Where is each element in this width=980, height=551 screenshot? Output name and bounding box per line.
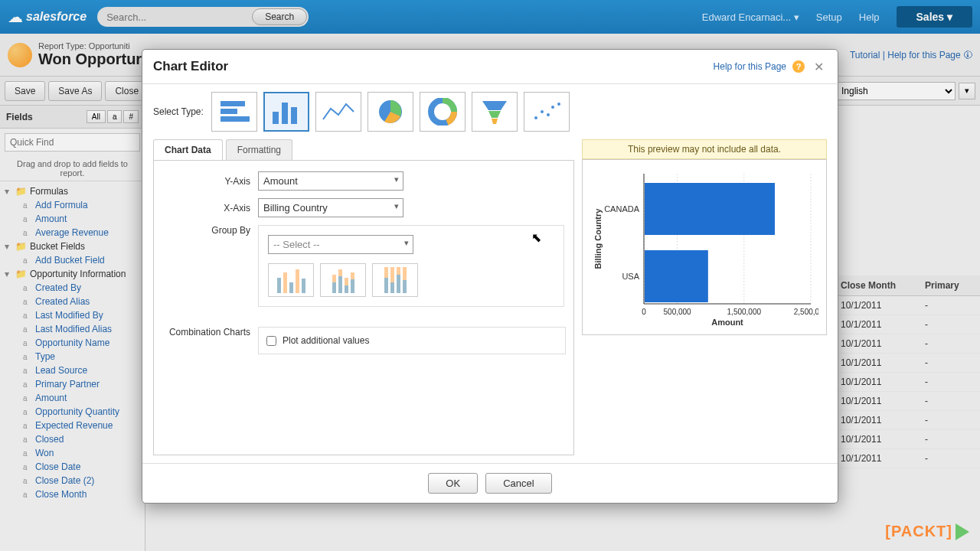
svg-marker-9 [488, 111, 501, 118]
chart-type-vbar[interactable] [263, 92, 309, 132]
ok-button[interactable]: OK [428, 473, 478, 494]
combo-label: Combination Charts [162, 327, 250, 339]
x-axis-label: X-Axis [162, 203, 250, 214]
plot-additional-checkbox[interactable] [266, 336, 276, 346]
y-axis-label: Y-Axis [162, 176, 250, 187]
chart-type-hbar[interactable] [211, 92, 257, 132]
chart-type-pie[interactable] [368, 92, 413, 132]
svg-rect-0 [220, 101, 245, 106]
svg-point-11 [534, 116, 537, 119]
chart-type-line[interactable] [315, 92, 361, 132]
svg-text:1,500,000: 1,500,000 [727, 308, 762, 316]
play-icon [956, 523, 969, 540]
svg-text:500,000: 500,000 [664, 308, 692, 316]
chart-type-donut[interactable] [420, 92, 466, 132]
svg-point-13 [547, 113, 550, 116]
svg-rect-3 [273, 112, 279, 124]
svg-rect-1 [220, 109, 237, 114]
svg-text:CANADA: CANADA [604, 204, 640, 214]
y-axis-select[interactable]: Amount [258, 171, 403, 191]
chart-type-funnel[interactable] [472, 92, 518, 132]
select-type-label: Select Type: [153, 106, 204, 117]
tab-formatting[interactable]: Formatting [226, 139, 292, 160]
svg-text:2,500,000: 2,500,000 [794, 308, 818, 316]
tab-chart-data[interactable]: Chart Data [153, 139, 223, 160]
modal-title: Chart Editor [153, 59, 228, 74]
close-icon[interactable]: ✕ [811, 60, 827, 74]
svg-text:USA: USA [622, 272, 639, 281]
group-by-select[interactable]: -- Select -- [268, 235, 413, 254]
chart-type-scatter[interactable] [524, 92, 570, 132]
svg-text:Amount: Amount [711, 318, 743, 327]
chart-preview: CANADAUSA0500,0001,500,0002,500,000Amoun… [582, 159, 827, 335]
svg-rect-24 [645, 250, 708, 302]
svg-marker-10 [492, 119, 498, 124]
svg-point-12 [541, 110, 544, 113]
chart-editor-modal: Chart Editor Help for this Page ? ✕ Sele… [142, 49, 838, 504]
modal-help-link[interactable]: Help for this Page [714, 61, 786, 72]
help-icon[interactable]: ? [792, 60, 805, 73]
watermark: [PACKT] [885, 523, 969, 540]
plot-additional-label: Plot additional values [283, 335, 369, 346]
svg-marker-8 [482, 101, 507, 110]
group-style-side[interactable] [268, 263, 314, 297]
x-axis-select[interactable]: Billing Country [258, 198, 403, 217]
svg-point-15 [557, 103, 560, 106]
svg-rect-2 [220, 116, 250, 122]
group-style-stack[interactable] [320, 263, 366, 297]
preview-note: This preview may not include all data. [582, 139, 827, 159]
svg-rect-5 [291, 107, 297, 124]
svg-rect-4 [282, 103, 288, 124]
group-by-label: Group By [162, 225, 250, 236]
group-style-full[interactable] [372, 263, 418, 297]
svg-point-14 [551, 106, 554, 109]
cancel-button[interactable]: Cancel [485, 473, 551, 494]
svg-text:0: 0 [642, 308, 646, 316]
svg-text:Billing Country: Billing Country [593, 208, 603, 269]
svg-rect-22 [645, 183, 775, 235]
